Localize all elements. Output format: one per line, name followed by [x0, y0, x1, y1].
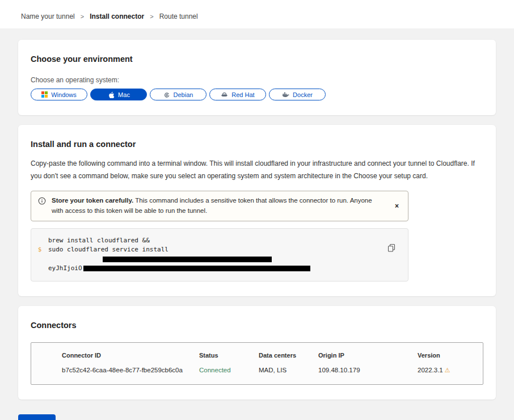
cell-connector-id: b7c52c42-6caa-48ee-8c77-fbe259cb6c0a — [62, 367, 199, 374]
redacted-token-bar — [83, 266, 310, 271]
os-button-label: Docker — [293, 91, 313, 98]
breadcrumb: Name your tunnel > Install connector > R… — [21, 12, 493, 20]
os-button-label: Red Hat — [231, 91, 254, 98]
os-button-label: Mac — [118, 91, 130, 98]
page-content: Choose your environment Choose an operat… — [0, 28, 514, 400]
install-card-title: Install and run a connector — [31, 140, 483, 149]
next-button[interactable]: Next — [18, 414, 56, 420]
footer: Next — [0, 409, 514, 420]
column-header-connector-id: Connector ID — [62, 352, 199, 359]
docker-icon — [282, 91, 289, 98]
breadcrumb-separator: > — [81, 13, 84, 20]
os-button-debian[interactable]: Debian — [150, 89, 207, 100]
install-card: Install and run a connector Copy-paste t… — [18, 125, 496, 296]
apple-icon — [107, 91, 115, 98]
version-warning-icon: ⚠ — [445, 367, 450, 373]
connectors-card-title: Connectors — [31, 321, 483, 330]
table-header-row: Connector ID Status Data centers Origin … — [31, 343, 483, 362]
os-button-group: Windows Mac Debian — [31, 89, 483, 100]
close-icon[interactable]: × — [393, 200, 401, 213]
cell-status: Connected — [199, 367, 259, 374]
os-button-redhat[interactable]: Red Hat — [209, 89, 266, 100]
column-header-data-centers: Data centers — [259, 352, 318, 359]
redhat-icon — [221, 91, 228, 98]
command-line-1: brew install cloudflared && — [48, 236, 385, 246]
command-line-2: sudo cloudflared service install — [48, 245, 385, 264]
command-line-3: eyJhIjoiO — [48, 264, 385, 274]
shell-prompt: $ — [31, 236, 48, 274]
breadcrumb-step-name-tunnel[interactable]: Name your tunnel — [21, 12, 75, 20]
os-button-label: Windows — [51, 91, 77, 98]
cell-version: 2022.3.1⚠ — [418, 367, 483, 374]
os-button-windows[interactable]: Windows — [31, 89, 87, 100]
token-warning-bold: Store your token carefully. — [52, 197, 133, 204]
connectors-table: Connector ID Status Data centers Origin … — [31, 342, 483, 385]
info-circle-icon — [38, 197, 46, 208]
cell-data-centers: MAD, LIS — [259, 367, 318, 374]
breadcrumb-separator: > — [150, 13, 153, 20]
windows-icon — [41, 91, 48, 98]
cell-origin-ip: 109.48.10.179 — [318, 367, 418, 374]
debian-icon — [163, 91, 170, 98]
os-select-label: Choose an operating system: — [31, 76, 483, 84]
token-warning-text: Store your token carefully. This command… — [52, 196, 375, 216]
install-description: Copy-paste the following command into a … — [31, 158, 483, 182]
breadcrumb-step-route-tunnel[interactable]: Route tunnel — [159, 12, 198, 20]
os-button-mac[interactable]: Mac — [90, 89, 147, 100]
top-bar: Name your tunnel > Install connector > R… — [0, 0, 514, 28]
install-command-code-block: $ brew install cloudflared && sudo cloud… — [31, 228, 408, 282]
column-header-version: Version — [418, 352, 483, 359]
connectors-card: Connectors Connector ID Status Data cent… — [18, 306, 496, 400]
redacted-token-bar — [103, 257, 272, 262]
os-button-docker[interactable]: Docker — [269, 89, 326, 100]
environment-card-title: Choose your environment — [31, 54, 483, 64]
os-button-label: Debian — [174, 91, 193, 98]
token-warning-banner: Store your token carefully. This command… — [31, 191, 408, 221]
install-command-text: brew install cloudflared && sudo cloudfl… — [48, 236, 385, 274]
breadcrumb-step-install-connector[interactable]: Install connector — [90, 12, 144, 20]
copy-command-button[interactable] — [387, 243, 395, 252]
table-row: b7c52c42-6caa-48ee-8c77-fbe259cb6c0a Con… — [31, 362, 483, 384]
environment-card: Choose your environment Choose an operat… — [18, 40, 496, 115]
column-header-status: Status — [199, 352, 259, 359]
column-header-origin-ip: Origin IP — [318, 352, 418, 359]
